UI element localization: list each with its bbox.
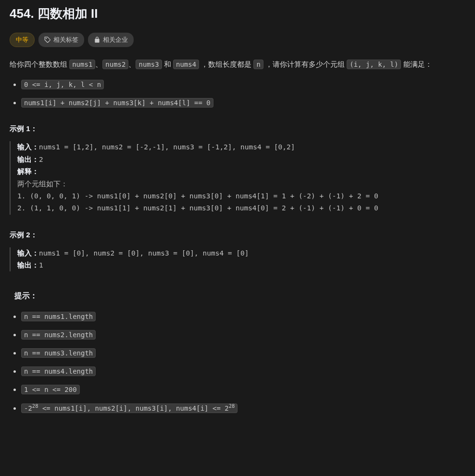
list-item: 1 <= n <= 200	[21, 384, 465, 395]
constraints-title: 提示：	[10, 290, 465, 302]
code-nums2: nums2	[102, 60, 128, 69]
example-2-block: 输入：nums1 = [0], nums2 = [0], nums3 = [0]…	[10, 247, 465, 272]
list-item: n == nums2.length	[21, 329, 465, 341]
list-item: 0 <= i, j, k, l < n	[21, 79, 465, 90]
example-1-block: 输入：nums1 = [1,2], nums2 = [-2,-1], nums3…	[10, 141, 465, 214]
companies-label: 相关企业	[103, 35, 128, 45]
constraint-3: n == nums3.length	[21, 348, 96, 358]
code-nums3: nums3	[136, 60, 162, 69]
list-item: n == nums3.length	[21, 347, 465, 359]
lock-icon	[94, 37, 100, 43]
example-1-title: 示例 1：	[10, 123, 465, 134]
problem-content[interactable]: 454. 四数相加 II 中等 相关标签 相关企业 给你四个整数数组 nums1…	[0, 0, 475, 476]
list-item: -228 <= nums1[i], nums2[i], nums3[i], nu…	[21, 402, 465, 414]
conditions-list: 0 <= i, j, k, l < n nums1[i] + nums2[j] …	[10, 79, 465, 109]
constraints-list: n == nums1.length n == nums2.length n ==…	[10, 311, 465, 414]
code-tuple: (i, j, k, l)	[347, 60, 401, 69]
code-nums1: nums1	[69, 60, 95, 69]
condition-2: nums1[i] + nums2[j] + nums3[k] + nums4[l…	[21, 98, 213, 108]
code-n: n	[253, 60, 263, 69]
constraint-5: 1 <= n <= 200	[21, 385, 80, 394]
tag-row: 中等 相关标签 相关企业	[10, 33, 465, 48]
tag-icon	[44, 37, 51, 43]
example-2-title: 示例 2：	[10, 229, 465, 241]
problem-title: 454. 四数相加 II	[10, 4, 465, 24]
companies-tag[interactable]: 相关企业	[88, 33, 134, 48]
problem-description: 给你四个整数数组 nums1、nums2、nums3 和 nums4 ，数组长度…	[10, 59, 465, 70]
constraint-2: n == nums2.length	[21, 330, 96, 340]
constraint-6: -228 <= nums1[i], nums2[i], nums3[i], nu…	[21, 403, 238, 413]
condition-1: 0 <= i, j, k, l < n	[21, 80, 104, 89]
constraint-4: n == nums4.length	[21, 366, 96, 376]
difficulty-badge[interactable]: 中等	[10, 33, 35, 48]
list-item: n == nums1.length	[21, 311, 465, 322]
topics-tag[interactable]: 相关标签	[38, 33, 84, 48]
list-item: n == nums4.length	[21, 366, 465, 377]
svg-point-0	[46, 38, 47, 38]
code-nums4: nums4	[173, 60, 199, 69]
list-item: nums1[i] + nums2[j] + nums3[k] + nums4[l…	[21, 97, 465, 109]
topics-label: 相关标签	[53, 35, 78, 45]
constraint-1: n == nums1.length	[21, 312, 96, 321]
